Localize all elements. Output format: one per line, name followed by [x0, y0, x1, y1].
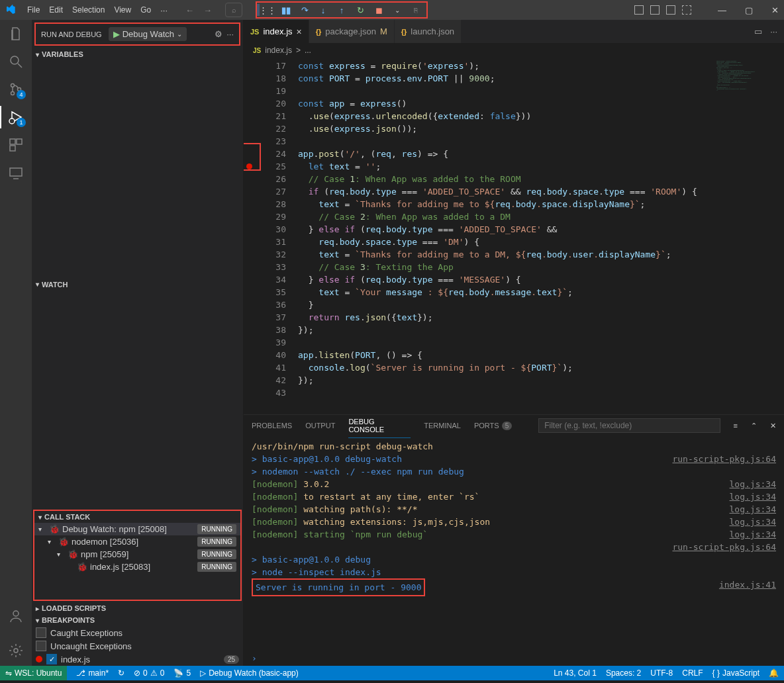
menu-go[interactable]: Go: [136, 5, 156, 15]
toggle-panel-right-icon[interactable]: [666, 5, 675, 15]
editor-tab[interactable]: {}package.jsonM: [309, 20, 395, 43]
minimap[interactable]: const express = require('express');const…: [714, 58, 784, 414]
git-sync[interactable]: ↻: [118, 668, 124, 678]
watch-header[interactable]: ▾WATCH: [32, 279, 243, 291]
breakpoint-uncaught[interactable]: Uncaught Exceptions: [32, 639, 243, 653]
clear-console-icon[interactable]: ≡: [734, 422, 738, 430]
notifications-icon[interactable]: 🔔: [769, 668, 779, 678]
run-debug-title: RUN AND DEBUG: [41, 30, 102, 38]
breakpoints-header[interactable]: ▾BREAKPOINTS: [32, 614, 243, 626]
restart-icon[interactable]: ↻: [355, 5, 366, 15]
run-debug-icon[interactable]: 1: [7, 109, 24, 126]
variables-header[interactable]: ▾VARIABLES: [32, 48, 243, 60]
svg-point-11: [13, 611, 19, 616]
settings-gear-icon[interactable]: [7, 642, 24, 659]
editor-tab[interactable]: JSindex.js×: [244, 20, 309, 43]
breakpoint-file[interactable]: ✓index.js25: [32, 653, 243, 666]
console-filter-input[interactable]: [538, 418, 720, 433]
step-into-icon[interactable]: ↓: [318, 5, 328, 15]
language-mode[interactable]: { } JavaScript: [712, 668, 760, 678]
close-icon[interactable]: ✕: [771, 5, 779, 15]
callstack-row[interactable]: ▾🐞nodemon [25036]RUNNING: [34, 535, 240, 548]
search-icon[interactable]: [7, 53, 24, 70]
tab-output[interactable]: OUTPUT: [305, 418, 335, 433]
call-stack-header[interactable]: ▾CALL STACK: [34, 511, 240, 523]
nav-back-icon[interactable]: ←: [185, 5, 194, 15]
console-input[interactable]: ›: [244, 651, 784, 666]
toggle-panel-bottom-icon[interactable]: [650, 5, 660, 15]
close-tab-icon[interactable]: ×: [297, 26, 302, 37]
tab-more-icon[interactable]: ···: [770, 26, 777, 36]
breakpoint-caught[interactable]: Caught Exceptions: [32, 626, 243, 639]
debug-config-selector[interactable]: ▶ Debug Watch ⌄: [109, 27, 187, 41]
checkbox-icon[interactable]: [36, 627, 46, 638]
loaded-scripts-header[interactable]: ▸LOADED SCRIPTS: [32, 602, 243, 614]
stop-icon[interactable]: ◼: [373, 5, 384, 15]
problems-status[interactable]: ⊘0 ⚠0: [134, 668, 164, 678]
menu-view[interactable]: View: [109, 5, 136, 15]
code-editor[interactable]: 1718192021222324252627282930313233343536…: [244, 58, 784, 414]
cursor-position[interactable]: Ln 43, Col 1: [554, 668, 597, 678]
eol[interactable]: CRLF: [682, 668, 703, 678]
menu-edit[interactable]: Edit: [44, 5, 68, 15]
customize-layout-icon[interactable]: [682, 5, 691, 15]
step-over-icon[interactable]: ↷: [299, 5, 310, 15]
extensions-icon[interactable]: [7, 136, 24, 154]
menu-selection[interactable]: Selection: [68, 5, 109, 15]
explorer-icon[interactable]: [7, 25, 24, 42]
breadcrumb[interactable]: JS index.js > ...: [244, 43, 784, 58]
call-stack-section: ▾CALL STACK ▾🐞Debug Watch: npm [25008]RU…: [33, 510, 242, 601]
remote-icon: ⇋: [5, 668, 12, 678]
layout-controls: [634, 5, 691, 15]
svg-point-12: [14, 649, 18, 653]
debug-target-icon[interactable]: ⎘: [411, 5, 421, 15]
antenna-icon: 📡: [173, 668, 183, 678]
pause-icon[interactable]: ▮▮: [281, 5, 291, 15]
callstack-row[interactable]: 🐞index.js [25083]RUNNING: [34, 561, 240, 573]
minimize-icon[interactable]: —: [718, 5, 726, 15]
callstack-row[interactable]: ▾🐞npm [25059]RUNNING: [34, 548, 240, 561]
maximize-icon[interactable]: ▢: [745, 5, 753, 15]
close-panel-icon[interactable]: ✕: [770, 422, 776, 430]
more-icon[interactable]: ···: [226, 29, 234, 39]
callstack-row[interactable]: ▾🐞Debug Watch: npm [25008]RUNNING: [34, 523, 240, 535]
git-branch[interactable]: ⎇main*: [76, 668, 109, 678]
tab-problems[interactable]: PROBLEMS: [252, 418, 292, 433]
encoding[interactable]: UTF-8: [650, 668, 673, 678]
toggle-panel-left-icon[interactable]: [634, 5, 644, 15]
panel-tabs: PROBLEMS OUTPUT DEBUG CONSOLE TERMINAL P…: [244, 415, 784, 436]
debug-icon: ▷: [200, 668, 206, 678]
tab-terminal[interactable]: TERMINAL: [424, 418, 461, 433]
svg-point-2: [11, 84, 15, 87]
svg-rect-7: [17, 139, 22, 144]
tab-ports[interactable]: PORTS5: [474, 418, 512, 433]
command-center[interactable]: ⌕: [225, 3, 242, 17]
checkbox-icon[interactable]: [36, 641, 46, 651]
collapse-panel-icon[interactable]: ⌃: [751, 422, 757, 430]
debug-more-icon[interactable]: ⌄: [392, 5, 403, 15]
debug-console-output[interactable]: /usr/bin/npm run-script debug-watch> bas…: [244, 436, 784, 651]
breakpoint-dot-icon[interactable]: [246, 163, 252, 169]
compare-icon[interactable]: ▭: [754, 26, 762, 36]
remote-indicator[interactable]: ⇋WSL: Ubuntu: [0, 666, 67, 680]
editor-tab[interactable]: {}launch.json: [395, 20, 462, 43]
ports-status[interactable]: 📡5: [173, 668, 191, 678]
indentation[interactable]: Spaces: 2: [606, 668, 641, 678]
menu-file[interactable]: File: [23, 5, 44, 15]
step-out-icon[interactable]: ↑: [336, 5, 347, 15]
debug-status[interactable]: ▷Debug Watch (basic-app): [200, 668, 299, 678]
svg-point-3: [11, 92, 15, 95]
accounts-icon[interactable]: [7, 608, 24, 625]
debug-settings-icon[interactable]: ⚙: [215, 29, 222, 39]
editor-tabs: JSindex.js×{}package.jsonM{}launch.json …: [244, 20, 784, 43]
remote-explorer-icon[interactable]: [7, 164, 24, 181]
nav-forward-icon[interactable]: →: [203, 5, 212, 15]
error-icon: ⊘: [134, 668, 140, 678]
activity-bar: 4 1: [0, 20, 32, 666]
drag-handle-icon[interactable]: ⋮⋮: [262, 5, 273, 15]
source-control-icon[interactable]: 4: [7, 81, 24, 98]
menu-more-icon[interactable]: ···: [156, 5, 172, 15]
scm-badge: 4: [17, 90, 26, 99]
checkbox-icon[interactable]: ✓: [46, 654, 57, 664]
tab-debug-console[interactable]: DEBUG CONSOLE: [348, 414, 411, 438]
